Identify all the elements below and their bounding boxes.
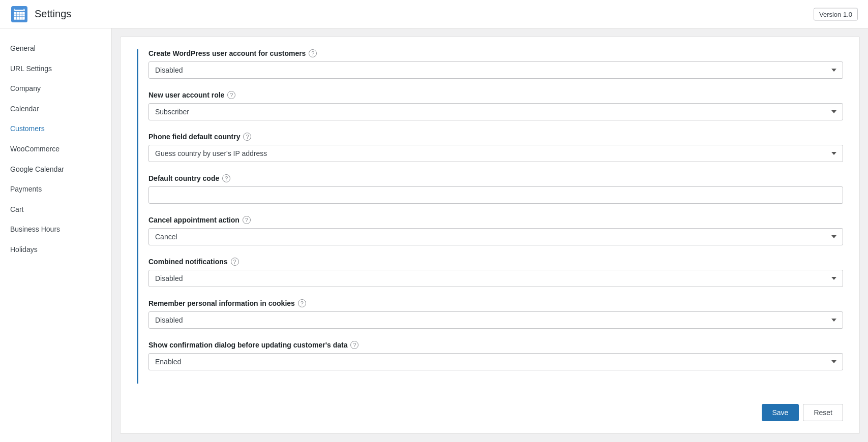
- help-icon-show-confirmation-dialog[interactable]: ?: [350, 341, 358, 349]
- label-default-country-code: Default country code ?: [148, 174, 843, 182]
- main-content: Create WordPress user account for custom…: [120, 37, 860, 434]
- svg-rect-4: [14, 9, 15, 11]
- sidebar-item-customers[interactable]: Customers: [0, 119, 111, 139]
- field-remember-personal-info: Remember personal information in cookies…: [148, 299, 843, 329]
- field-new-user-role: New user account role ? Subscriber Custo…: [148, 91, 843, 120]
- label-phone-field-country: Phone field default country ?: [148, 133, 843, 141]
- label-remember-personal-info: Remember personal information in cookies…: [148, 299, 843, 307]
- svg-rect-1: [14, 10, 24, 11]
- select-create-wp-account[interactable]: Disabled Enabled: [148, 61, 843, 79]
- sidebar-item-url-settings[interactable]: URL Settings: [0, 59, 111, 79]
- help-icon-combined-notifications[interactable]: ?: [231, 258, 239, 266]
- sidebar: General URL Settings Company Calendar Cu…: [0, 28, 112, 442]
- input-default-country-code[interactable]: [148, 186, 843, 204]
- sidebar-item-calendar[interactable]: Calendar: [0, 99, 111, 119]
- sidebar-item-woocommerce[interactable]: WooCommerce: [0, 139, 111, 160]
- help-icon-remember-personal-info[interactable]: ?: [298, 299, 306, 307]
- sidebar-item-cart[interactable]: Cart: [0, 200, 111, 220]
- app-icon: [10, 5, 28, 23]
- label-cancel-appointment-action: Cancel appointment action ?: [148, 216, 843, 224]
- sidebar-item-general[interactable]: General: [0, 39, 111, 59]
- select-remember-personal-info[interactable]: Disabled Enabled: [148, 311, 843, 329]
- version-badge: Version 1.0: [814, 8, 858, 20]
- field-phone-field-country: Phone field default country ? Guess coun…: [148, 133, 843, 162]
- field-combined-notifications: Combined notifications ? Disabled Enable…: [148, 258, 843, 287]
- select-phone-field-country[interactable]: Guess country by user's IP address Unite…: [148, 145, 843, 162]
- sidebar-item-business-hours[interactable]: Business Hours: [0, 219, 111, 240]
- label-combined-notifications: Combined notifications ?: [148, 258, 843, 266]
- field-create-wp-account: Create WordPress user account for custom…: [148, 49, 843, 79]
- select-show-confirmation-dialog[interactable]: Enabled Disabled: [148, 353, 843, 370]
- help-icon-cancel-appointment-action[interactable]: ?: [243, 216, 251, 224]
- help-icon-new-user-role[interactable]: ?: [227, 91, 235, 99]
- field-default-country-code: Default country code ?: [148, 174, 843, 204]
- select-new-user-role[interactable]: Subscriber Customer Administrator: [148, 103, 843, 120]
- page-title: Settings: [35, 8, 71, 20]
- sidebar-item-google-calendar[interactable]: Google Calendar: [0, 160, 111, 180]
- form-footer: Save Reset: [137, 396, 843, 421]
- field-cancel-appointment-action: Cancel appointment action ? Cancel Delet…: [148, 216, 843, 245]
- sidebar-item-payments[interactable]: Payments: [0, 179, 111, 200]
- sidebar-item-company[interactable]: Company: [0, 79, 111, 99]
- sidebar-item-holidays[interactable]: Holidays: [0, 240, 111, 260]
- help-icon-phone-field-country[interactable]: ?: [243, 133, 251, 141]
- label-create-wp-account: Create WordPress user account for custom…: [148, 49, 843, 57]
- select-combined-notifications[interactable]: Disabled Enabled: [148, 270, 843, 287]
- label-new-user-role: New user account role ?: [148, 91, 843, 99]
- reset-button[interactable]: Reset: [803, 404, 843, 421]
- select-cancel-appointment-action[interactable]: Cancel Delete: [148, 228, 843, 245]
- field-show-confirmation-dialog: Show confirmation dialog before updating…: [148, 341, 843, 370]
- help-icon-default-country-code[interactable]: ?: [222, 174, 230, 182]
- app-body: General URL Settings Company Calendar Cu…: [0, 28, 868, 442]
- label-show-confirmation-dialog: Show confirmation dialog before updating…: [148, 341, 843, 349]
- header: Settings Version 1.0: [0, 0, 868, 28]
- svg-rect-5: [23, 9, 25, 11]
- save-button[interactable]: Save: [762, 404, 799, 421]
- form-section: Create WordPress user account for custom…: [137, 49, 843, 384]
- help-icon-create-wp-account[interactable]: ?: [309, 49, 317, 57]
